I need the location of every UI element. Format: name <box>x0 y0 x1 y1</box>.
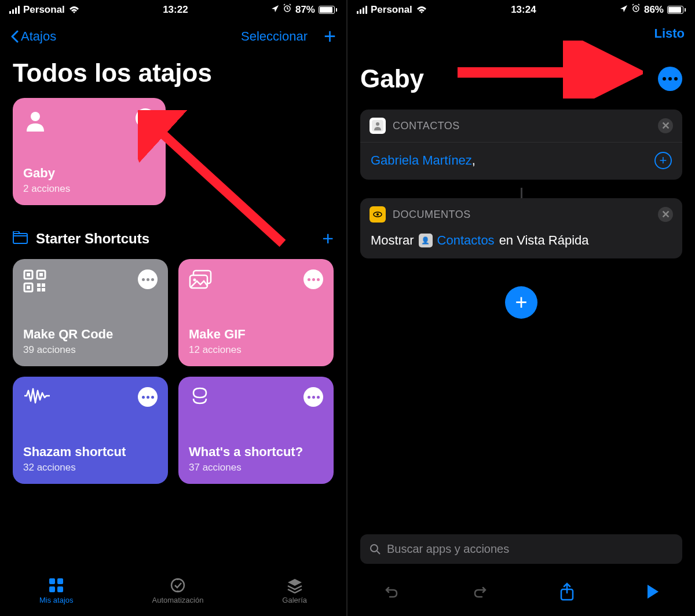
gallery-icon <box>287 577 303 593</box>
remove-action-button[interactable]: ✕ <box>658 207 673 222</box>
person-icon <box>23 108 47 135</box>
folder-icon <box>13 231 28 246</box>
wifi-icon <box>68 6 80 14</box>
action-app-name: DOCUMENTOS <box>393 209 651 221</box>
shortcut-card-qr[interactable]: Make QR Code39 acciones <box>13 259 168 366</box>
done-button[interactable]: Listo <box>654 26 685 41</box>
layers-icon <box>189 387 211 411</box>
action-block-documents[interactable]: DOCUMENTOS ✕ Mostrar 👤 Contactos en Vist… <box>360 198 682 258</box>
svg-point-3 <box>31 112 40 121</box>
card-title: Gaby <box>23 166 155 181</box>
phone-left-shortcuts-list: Personal 13:22 87% Atajos Seleccionar + … <box>0 0 348 616</box>
signal-icon <box>9 6 20 14</box>
action-block-contacts[interactable]: CONTACTOS ✕ Gabriela Martínez, + <box>360 110 682 180</box>
tab-automation[interactable]: Automatización <box>152 577 203 604</box>
battery-percent: 86% <box>644 4 664 16</box>
svg-point-22 <box>171 579 184 592</box>
add-contact-button[interactable]: + <box>654 152 672 169</box>
svg-rect-20 <box>49 586 55 592</box>
grid-icon <box>48 577 64 593</box>
add-action-button[interactable]: + <box>505 286 537 319</box>
back-button[interactable]: Atajos <box>10 29 56 44</box>
shortcut-card-shazam[interactable]: Shazam shortcut32 acciones <box>13 377 168 484</box>
shortcut-name[interactable]: Gaby <box>360 64 424 93</box>
battery-icon <box>319 6 337 14</box>
tab-label: Galería <box>282 596 307 604</box>
svg-rect-11 <box>37 283 41 287</box>
action-text-suffix: en Vista Rápida <box>499 233 589 248</box>
alarm-icon <box>631 3 641 16</box>
svg-rect-6 <box>27 273 30 276</box>
folder-add-button[interactable]: + <box>322 227 334 250</box>
svg-rect-13 <box>37 288 41 291</box>
svg-rect-10 <box>27 286 30 289</box>
card-subtitle: 12 acciones <box>189 344 323 356</box>
select-button[interactable]: Seleccionar <box>241 29 308 44</box>
action-connector <box>521 188 522 198</box>
card-subtitle: 37 acciones <box>189 462 323 473</box>
nav-bar: Atajos Seleccionar + <box>0 19 346 54</box>
shortcut-card-whats[interactable]: What's a shortcut?37 acciones <box>178 377 334 484</box>
card-title: What's a shortcut? <box>189 444 323 460</box>
action-text-prefix: Mostrar <box>371 233 414 248</box>
editor-toolbar <box>348 574 695 616</box>
tab-my-shortcuts[interactable]: Mis atajos <box>39 577 74 604</box>
card-subtitle: 2 acciones <box>23 183 155 195</box>
location-icon <box>271 4 279 16</box>
card-more-button[interactable] <box>138 387 158 407</box>
clock-label: 13:24 <box>511 4 536 16</box>
svg-rect-18 <box>49 578 55 584</box>
shortcut-card-gif[interactable]: Make GIF12 acciones <box>178 259 334 366</box>
svg-rect-12 <box>42 283 45 287</box>
tab-label: Automatización <box>152 596 203 604</box>
card-subtitle: 39 acciones <box>23 344 158 356</box>
search-placeholder: Buscar apps y acciones <box>387 542 509 556</box>
tab-bar: Mis atajos Automatización Galería <box>0 571 346 616</box>
search-icon <box>370 544 381 555</box>
card-title: Make GIF <box>189 327 323 342</box>
contacts-app-icon <box>370 118 386 134</box>
svg-point-29 <box>376 213 379 216</box>
card-more-button[interactable] <box>136 108 155 128</box>
card-title: Make QR Code <box>23 327 158 342</box>
wave-icon <box>23 387 51 407</box>
undo-button[interactable] <box>383 583 400 603</box>
alarm-icon <box>283 3 292 16</box>
remove-action-button[interactable]: ✕ <box>658 118 673 133</box>
suffix: , <box>472 153 475 167</box>
svg-rect-8 <box>39 273 43 276</box>
svg-rect-4 <box>13 234 27 243</box>
card-more-button[interactable] <box>303 269 323 289</box>
search-actions-input[interactable]: Buscar apps y acciones <box>360 534 682 564</box>
status-bar: Personal 13:22 87% <box>0 0 346 19</box>
photos-icon <box>189 269 214 293</box>
status-bar: Personal 13:24 86% <box>348 0 695 19</box>
wifi-icon <box>416 6 427 14</box>
redo-button[interactable] <box>471 583 489 603</box>
card-more-button[interactable] <box>138 269 158 289</box>
add-shortcut-button[interactable]: + <box>324 26 336 47</box>
action-app-name: CONTACTOS <box>393 120 651 132</box>
contact-token[interactable]: Gabriela Martínez <box>371 153 472 167</box>
shortcut-settings-button[interactable] <box>658 67 682 91</box>
svg-rect-21 <box>57 586 63 592</box>
back-label: Atajos <box>21 29 56 44</box>
shortcut-card-gaby[interactable]: Gaby 2 acciones <box>13 98 166 205</box>
run-button[interactable] <box>646 584 660 602</box>
tab-label: Mis atajos <box>39 596 74 604</box>
phone-right-shortcut-editor: Personal 13:24 86% Listo Gaby CONTACTOS … <box>348 0 695 616</box>
variable-token[interactable]: Contactos <box>437 233 495 248</box>
share-button[interactable] <box>559 582 575 603</box>
card-title: Shazam shortcut <box>23 444 158 460</box>
svg-rect-19 <box>57 578 63 584</box>
folder-title: Starter Shortcuts <box>36 231 149 247</box>
card-subtitle: 32 acciones <box>23 462 158 473</box>
tab-gallery[interactable]: Galería <box>282 577 307 604</box>
location-icon <box>620 4 628 16</box>
signal-icon <box>357 6 367 14</box>
card-more-button[interactable] <box>303 387 323 407</box>
qr-icon <box>23 269 46 295</box>
svg-point-30 <box>371 545 378 552</box>
automation-icon <box>170 577 186 593</box>
carrier-label: Personal <box>371 4 412 16</box>
